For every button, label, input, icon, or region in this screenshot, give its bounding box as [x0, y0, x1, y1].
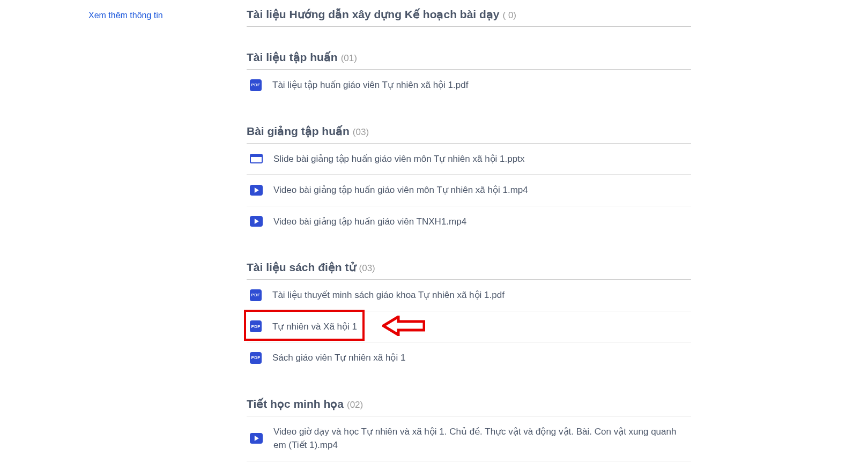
list-item[interactable]: PDFTự nhiên và Xã hội 1	[247, 311, 691, 343]
item-label: Video bài giảng tập huấn giáo viên môn T…	[273, 183, 528, 197]
main-content: Tài liệu Hướng dẫn xây dựng Kế hoạch bài…	[247, 8, 868, 471]
section-count: ( 0)	[503, 10, 517, 21]
item-list: PDFTài liệu tập huấn giáo viên Tự nhiên …	[247, 70, 691, 101]
pdf-icon: PDF	[250, 320, 262, 332]
section-header: Tài liệu sách điện tử(03)	[247, 261, 691, 280]
video-icon	[250, 433, 263, 444]
section-count: (01)	[341, 53, 357, 64]
section-count: (03)	[359, 263, 375, 274]
video-icon	[250, 185, 263, 196]
section: Tài liệu tập huấn(01)PDFTài liệu tập huấ…	[247, 51, 691, 101]
section-header: Tài liệu Hướng dẫn xây dựng Kế hoạch bài…	[247, 8, 691, 27]
item-label: Slide bài giảng tập huấn giáo viên môn T…	[273, 152, 524, 166]
list-item[interactable]: Video bài giảng tập huấn giáo viên môn T…	[247, 175, 691, 206]
section: Tài liệu Hướng dẫn xây dựng Kế hoạch bài…	[247, 8, 691, 27]
section-count: (02)	[347, 400, 363, 410]
item-list: Video giờ dạy và học Tự nhiên và xã hội …	[247, 416, 691, 472]
more-info-link[interactable]: Xem thêm thông tin	[88, 11, 163, 20]
section-title: Tài liệu sách điện tử	[247, 261, 356, 274]
list-item[interactable]: PDFTài liệu thuyết minh sách giáo khoa T…	[247, 280, 691, 311]
section-title: Tài liệu Hướng dẫn xây dựng Kế hoạch bài…	[247, 8, 500, 21]
list-item[interactable]: Video bài giảng tập huấn giáo viên TNXH1…	[247, 206, 691, 237]
item-label: Tài liệu thuyết minh sách giáo khoa Tự n…	[272, 288, 505, 302]
arrow-annotation	[382, 316, 425, 338]
section-title: Tài liệu tập huấn	[247, 51, 338, 64]
section-title: Tiết học minh họa	[247, 398, 344, 410]
item-list: PDFTài liệu thuyết minh sách giáo khoa T…	[247, 280, 691, 373]
item-label: Sách giáo viên Tự nhiên xã hội 1	[272, 351, 405, 365]
sidebar: Xem thêm thông tin	[0, 8, 247, 471]
slide-icon	[250, 154, 263, 163]
item-label: Video giờ dạy và học Tự nhiên và xã hội …	[273, 425, 691, 452]
item-label: Tự nhiên và Xã hội 1	[272, 320, 357, 334]
svg-marker-0	[383, 317, 424, 335]
section-title: Bài giảng tập huấn	[247, 125, 350, 138]
list-item[interactable]: Video giờ dạy và học Tự nhiên và xã hội …	[247, 461, 691, 472]
item-label: Tài liệu tập huấn giáo viên Tự nhiên xã …	[272, 78, 468, 92]
pdf-icon: PDF	[250, 289, 262, 301]
list-item[interactable]: Slide bài giảng tập huấn giáo viên môn T…	[247, 144, 691, 175]
item-label: Video bài giảng tập huấn giáo viên TNXH1…	[273, 215, 466, 229]
pdf-icon: PDF	[250, 79, 262, 91]
section: Tài liệu sách điện tử(03)PDFTài liệu thu…	[247, 261, 691, 373]
section-header: Bài giảng tập huấn(03)	[247, 125, 691, 144]
section-count: (03)	[353, 127, 369, 138]
video-icon	[250, 216, 263, 227]
section-header: Tiết học minh họa(02)	[247, 398, 691, 416]
list-item[interactable]: PDFSách giáo viên Tự nhiên xã hội 1	[247, 342, 691, 373]
pdf-icon: PDF	[250, 352, 262, 364]
section: Tiết học minh họa(02)Video giờ dạy và họ…	[247, 398, 691, 472]
section: Bài giảng tập huấn(03)Slide bài giảng tậ…	[247, 125, 691, 237]
section-header: Tài liệu tập huấn(01)	[247, 51, 691, 70]
list-item[interactable]: PDFTài liệu tập huấn giáo viên Tự nhiên …	[247, 70, 691, 101]
item-list: Slide bài giảng tập huấn giáo viên môn T…	[247, 144, 691, 237]
list-item[interactable]: Video giờ dạy và học Tự nhiên và xã hội …	[247, 416, 691, 461]
